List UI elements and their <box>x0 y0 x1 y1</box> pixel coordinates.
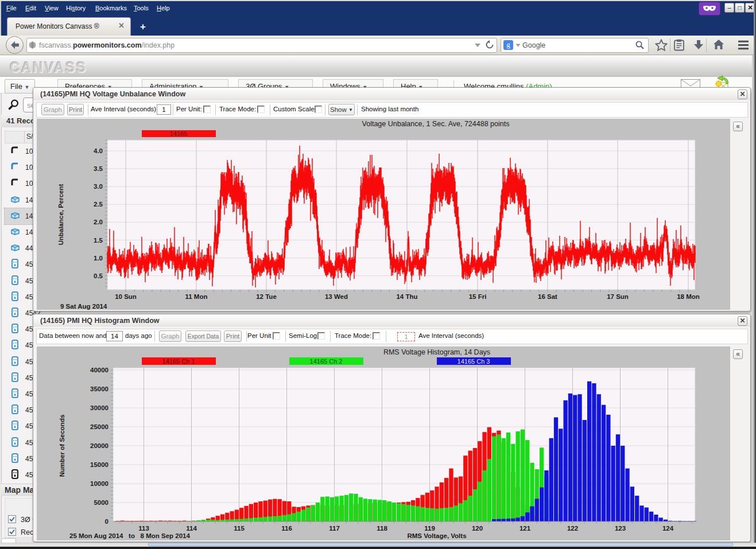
svg-text:17 Sun: 17 Sun <box>607 293 629 300</box>
svg-text:Number of Seconds: Number of Seconds <box>59 415 65 477</box>
svg-text:121: 121 <box>519 525 531 532</box>
svg-text:1.5: 1.5 <box>94 237 103 244</box>
svg-text:120: 120 <box>472 525 483 532</box>
svg-text:5000: 5000 <box>94 499 108 506</box>
svg-text:0: 0 <box>105 518 108 525</box>
svg-text:117: 117 <box>329 525 340 532</box>
svg-text:14165 Ch 1: 14165 Ch 1 <box>162 358 195 365</box>
svg-text:2.0: 2.0 <box>94 219 103 225</box>
svg-text:15 Fri: 15 Fri <box>469 293 487 300</box>
svg-text:40000: 40000 <box>90 367 108 373</box>
svg-text:119: 119 <box>424 525 435 532</box>
svg-text:16 Sat: 16 Sat <box>538 293 557 300</box>
svg-text:12 Tue: 12 Tue <box>256 293 277 300</box>
svg-text:30000: 30000 <box>90 404 108 411</box>
svg-text:25 Mon Aug 2014 to 8 Mon S: 25 Mon Aug 2014 to 8 Mon Sep 2014 <box>69 532 190 539</box>
svg-text:113: 113 <box>138 525 149 532</box>
svg-text:3.5: 3.5 <box>94 165 103 172</box>
svg-text:0.5: 0.5 <box>94 272 103 279</box>
svg-text:13 Wed: 13 Wed <box>325 293 348 300</box>
svg-text:Voltage Unbalance, 1 Sec. Ave,: Voltage Unbalance, 1 Sec. Ave, 724488 po… <box>362 120 510 128</box>
svg-text:124: 124 <box>662 525 674 532</box>
svg-text:14165 Ch 2: 14165 Ch 2 <box>310 358 343 365</box>
svg-text:Unbalance, Percent: Unbalance, Percent <box>57 184 64 245</box>
svg-text:114: 114 <box>186 525 197 532</box>
svg-text:RMS Voltage, Volts: RMS Voltage, Volts <box>407 532 466 539</box>
svg-text:14165: 14165 <box>170 130 188 137</box>
svg-text:11 Mon: 11 Mon <box>185 293 208 300</box>
svg-text:10000: 10000 <box>90 480 108 487</box>
svg-text:25000: 25000 <box>90 423 108 430</box>
svg-text:122: 122 <box>567 525 578 532</box>
svg-text:9 Sat Aug 2014: 9 Sat Aug 2014 <box>60 303 107 310</box>
svg-text:35000: 35000 <box>90 386 108 392</box>
svg-text:RMS Voltage Histogram, 14 Days: RMS Voltage Histogram, 14 Days <box>383 348 490 356</box>
svg-text:123: 123 <box>615 525 626 532</box>
svg-text:20000: 20000 <box>90 442 108 449</box>
svg-text:1.0: 1.0 <box>94 255 103 262</box>
svg-text:14165 Ch 3: 14165 Ch 3 <box>458 358 490 365</box>
svg-text:18 Mon: 18 Mon <box>677 293 700 300</box>
svg-text:15000: 15000 <box>90 461 108 468</box>
svg-text:116: 116 <box>281 525 292 532</box>
svg-text:118: 118 <box>377 525 387 532</box>
svg-text:3.0: 3.0 <box>94 183 103 190</box>
svg-text:10 Sun: 10 Sun <box>115 293 137 300</box>
svg-text:2.5: 2.5 <box>94 201 103 208</box>
svg-text:14 Thu: 14 Thu <box>396 293 417 300</box>
svg-text:115: 115 <box>234 525 245 532</box>
svg-text:4.0: 4.0 <box>94 147 103 154</box>
